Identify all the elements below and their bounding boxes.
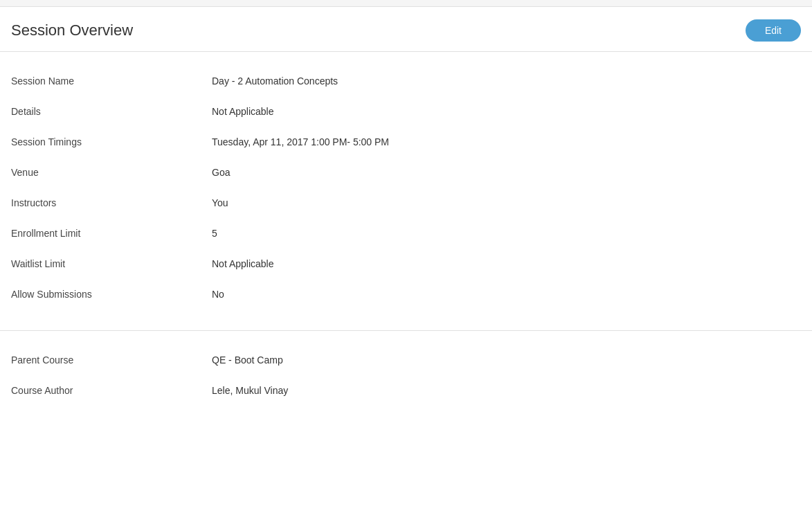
- field-value: Tuesday, Apr 11, 2017 1:00 PM- 5:00 PM: [212, 136, 389, 147]
- field-label: Parent Course: [11, 354, 212, 366]
- field-label: Session Name: [11, 75, 212, 87]
- field-row: Waitlist LimitNot Applicable: [11, 249, 801, 279]
- field-label: Waitlist Limit: [11, 258, 212, 269]
- field-value: 5: [212, 228, 217, 239]
- field-row: Course AuthorLele, Mukul Vinay: [11, 375, 801, 406]
- field-label: Instructors: [11, 197, 212, 208]
- field-row: Session NameDay - 2 Automation Concepts: [11, 66, 801, 96]
- field-label: Course Author: [11, 385, 212, 396]
- field-row: InstructorsYou: [11, 188, 801, 218]
- field-label: Venue: [11, 167, 212, 178]
- top-bar: [0, 0, 812, 7]
- field-row: Allow SubmissionsNo: [11, 279, 801, 309]
- page-header: Session Overview Edit: [0, 7, 812, 52]
- field-row: Session TimingsTuesday, Apr 11, 2017 1:0…: [11, 127, 801, 157]
- field-value: Lele, Mukul Vinay: [212, 385, 288, 396]
- edit-button[interactable]: Edit: [746, 19, 801, 42]
- field-value: Not Applicable: [212, 258, 274, 269]
- field-value: QE - Boot Camp: [212, 354, 283, 366]
- field-value: Not Applicable: [212, 106, 274, 117]
- field-value: Day - 2 Automation Concepts: [212, 75, 338, 87]
- field-value: You: [212, 197, 228, 208]
- field-label: Details: [11, 106, 212, 117]
- field-label: Session Timings: [11, 136, 212, 147]
- field-row: DetailsNot Applicable: [11, 96, 801, 127]
- field-value: Goa: [212, 167, 230, 178]
- bottom-section: Parent CourseQE - Boot CampCourse Author…: [0, 331, 812, 420]
- field-label: Enrollment Limit: [11, 228, 212, 239]
- main-section: Session NameDay - 2 Automation ConceptsD…: [0, 52, 812, 330]
- field-row: VenueGoa: [11, 157, 801, 188]
- page-title: Session Overview: [11, 21, 133, 39]
- field-label: Allow Submissions: [11, 289, 212, 300]
- field-value: No: [212, 289, 224, 300]
- field-row: Enrollment Limit5: [11, 218, 801, 249]
- field-row: Parent CourseQE - Boot Camp: [11, 345, 801, 375]
